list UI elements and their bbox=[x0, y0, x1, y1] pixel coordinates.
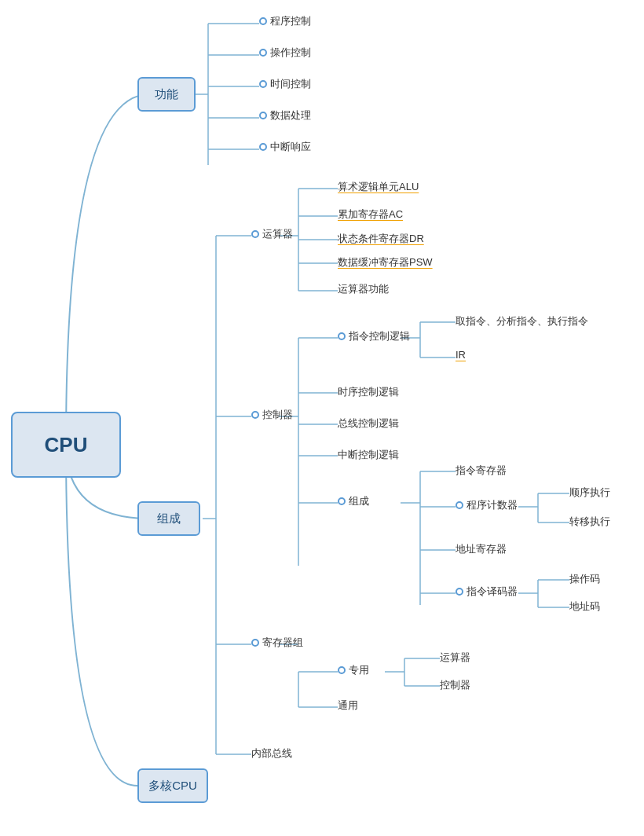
yunsuanqi-item-3: 状态条件寄存器DR bbox=[338, 232, 424, 246]
main-cpu-node: CPU bbox=[11, 412, 121, 478]
category-zucheng: 组成 bbox=[137, 501, 200, 536]
gongneng-item-2: 操作控制 bbox=[259, 46, 311, 60]
gongneng-item-4: 数据处理 bbox=[259, 108, 311, 123]
category-duohe: 多核CPU bbox=[137, 768, 208, 803]
zhuanyong-kongzhiqi: 控制器 bbox=[440, 678, 470, 692]
zucheng-label: 组成 bbox=[157, 512, 181, 526]
zhuanyong-node: 专用 bbox=[338, 663, 369, 677]
yunsuanqi-item-4: 数据缓冲寄存器PSW bbox=[338, 255, 433, 270]
zhuanyi-zhixing: 转移执行 bbox=[569, 515, 610, 529]
tongyong-node: 通用 bbox=[338, 698, 358, 713]
neibu-zongxian-node: 内部总线 bbox=[251, 746, 292, 761]
zhiling-yimaq-node: 指令译码器 bbox=[456, 585, 518, 599]
dizhi-jicunqi-node: 地址寄存器 bbox=[456, 542, 507, 556]
zhongduan-luoji-node: 中断控制逻辑 bbox=[338, 448, 399, 462]
zhiling-sub-2: IR bbox=[456, 349, 466, 361]
kongzhiqi-node: 控制器 bbox=[251, 408, 293, 422]
zongxian-luoji-node: 总线控制逻辑 bbox=[338, 416, 399, 431]
yunsuanqi-node: 运算器 bbox=[251, 227, 293, 241]
main-cpu-label: CPU bbox=[45, 433, 88, 457]
yunsuanqi-item-1: 算术逻辑单元ALU bbox=[338, 180, 419, 194]
jicunqi-zu-node: 寄存器组 bbox=[251, 636, 303, 650]
zhiling-jicunqi-node: 指令寄存器 bbox=[456, 464, 507, 478]
gongneng-label: 功能 bbox=[155, 87, 178, 102]
zhiling-sub-1: 取指令、分析指令、执行指令 bbox=[456, 314, 588, 328]
gongneng-item-3: 时间控制 bbox=[259, 77, 311, 91]
yunsuanqi-item-2: 累加寄存器AC bbox=[338, 207, 403, 222]
duohe-label: 多核CPU bbox=[148, 779, 197, 794]
zhiling-luoji-node: 指令控制逻辑 bbox=[338, 329, 410, 343]
dizhima: 地址码 bbox=[569, 600, 600, 614]
gongneng-item-1: 程序控制 bbox=[259, 14, 311, 28]
controller-zucheng-node: 组成 bbox=[338, 494, 369, 508]
caozuoma: 操作码 bbox=[569, 572, 600, 586]
chengxu-jishuqi-node: 程序计数器 bbox=[456, 498, 518, 512]
gongneng-item-5: 中断响应 bbox=[259, 140, 311, 154]
zhuanyong-yunsuanqi: 运算器 bbox=[440, 651, 470, 665]
category-gongneng: 功能 bbox=[137, 77, 196, 112]
yunsuanqi-item-5: 运算器功能 bbox=[338, 282, 389, 296]
shixu-luoji-node: 时序控制逻辑 bbox=[338, 385, 399, 399]
shunxu-zhixing: 顺序执行 bbox=[569, 486, 610, 500]
